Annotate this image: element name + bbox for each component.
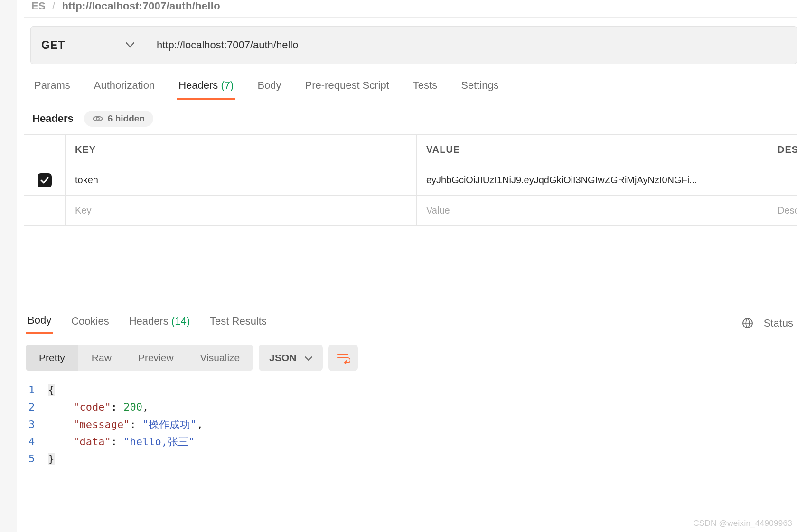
- resp-tab-headers-label: Headers: [129, 315, 169, 327]
- response-body-json[interactable]: 12345 { "code": 200, "message": "操作成功", …: [24, 371, 797, 467]
- row-key[interactable]: token: [66, 165, 417, 195]
- tab-authorization[interactable]: Authorization: [92, 76, 157, 100]
- response-tabs: Body Cookies Headers (14) Test Results S…: [24, 308, 797, 334]
- format-select[interactable]: JSON: [259, 345, 323, 371]
- resp-tab-testresults[interactable]: Test Results: [208, 313, 269, 333]
- viewmode-raw[interactable]: Raw: [78, 345, 125, 371]
- tab-headers-label: Headers: [178, 79, 218, 91]
- divider: [24, 17, 797, 18]
- viewmode-segment: Pretty Raw Preview Visualize: [26, 345, 253, 371]
- hidden-headers-pill[interactable]: 6 hidden: [84, 111, 153, 127]
- line-numbers: 12345: [28, 382, 48, 467]
- resp-tab-body[interactable]: Body: [26, 312, 53, 334]
- json-source[interactable]: { "code": 200, "message": "操作成功", "data"…: [48, 382, 203, 467]
- tab-body[interactable]: Body: [255, 76, 283, 100]
- hidden-headers-text: 6 hidden: [108, 113, 145, 124]
- headers-table: KEY VALUE DESC token eyJhbGciOiJIUzI1NiJ…: [24, 134, 797, 226]
- row-checkbox[interactable]: [24, 165, 66, 195]
- tab-prerequest[interactable]: Pre-request Script: [303, 76, 391, 100]
- resp-tab-headers[interactable]: Headers (14): [127, 313, 192, 333]
- method-select[interactable]: GET: [30, 26, 145, 64]
- resp-tab-headers-count: (14): [171, 315, 190, 327]
- wrap-icon: [336, 352, 350, 364]
- url-input[interactable]: http://localhost:7007/auth/hello: [145, 26, 797, 64]
- svg-point-0: [96, 117, 99, 120]
- breadcrumb: ES / http://localhost:7007/auth/hello: [24, 0, 797, 17]
- breadcrumb-separator: /: [52, 0, 55, 12]
- headers-label: Headers: [32, 112, 74, 125]
- chevron-down-icon: [126, 42, 134, 48]
- table-row[interactable]: token eyJhbGciOiJIUzI1NiJ9.eyJqdGkiOiI3N…: [24, 165, 797, 196]
- breadcrumb-collection[interactable]: ES: [31, 0, 46, 12]
- format-label: JSON: [269, 352, 296, 364]
- tab-settings[interactable]: Settings: [459, 76, 501, 100]
- viewmode-preview[interactable]: Preview: [125, 345, 187, 371]
- breadcrumb-url[interactable]: http://localhost:7007/auth/hello: [62, 0, 220, 12]
- table-header-row: KEY VALUE DESC: [24, 135, 797, 165]
- globe-icon[interactable]: [742, 317, 753, 329]
- resp-tab-cookies[interactable]: Cookies: [69, 313, 111, 333]
- url-text: http://localhost:7007/auth/hello: [157, 39, 298, 51]
- table-row-placeholder[interactable]: Key Value Descr: [24, 196, 797, 226]
- row-key-placeholder[interactable]: Key: [66, 196, 417, 225]
- row-desc[interactable]: [768, 165, 797, 195]
- method-label: GET: [41, 39, 65, 52]
- viewmode-visualize[interactable]: Visualize: [187, 345, 253, 371]
- check-icon: [38, 173, 52, 187]
- col-checkbox: [24, 135, 66, 165]
- tab-headers[interactable]: Headers (7): [177, 76, 235, 100]
- row-checkbox-empty[interactable]: [24, 196, 66, 225]
- tab-tests[interactable]: Tests: [411, 76, 439, 100]
- row-desc-placeholder[interactable]: Descr: [768, 196, 797, 225]
- col-key: KEY: [66, 135, 417, 165]
- tab-params[interactable]: Params: [32, 76, 72, 100]
- viewmode-pretty[interactable]: Pretty: [26, 345, 78, 371]
- row-value-placeholder[interactable]: Value: [417, 196, 768, 225]
- status-label: Status: [764, 317, 793, 329]
- left-gutter: [0, 0, 17, 532]
- chevron-down-icon: [305, 352, 312, 364]
- eye-icon: [93, 115, 103, 122]
- request-tabs: Params Authorization Headers (7) Body Pr…: [24, 74, 797, 100]
- wrap-lines-button[interactable]: [328, 345, 358, 371]
- row-value[interactable]: eyJhbGciOiJIUzI1NiJ9.eyJqdGkiOiI3NGIwZGR…: [417, 165, 768, 195]
- tab-headers-count: (7): [221, 79, 234, 91]
- col-value: VALUE: [417, 135, 768, 165]
- col-desc: DESC: [768, 135, 797, 165]
- watermark: CSDN @weixin_44909963: [693, 519, 792, 528]
